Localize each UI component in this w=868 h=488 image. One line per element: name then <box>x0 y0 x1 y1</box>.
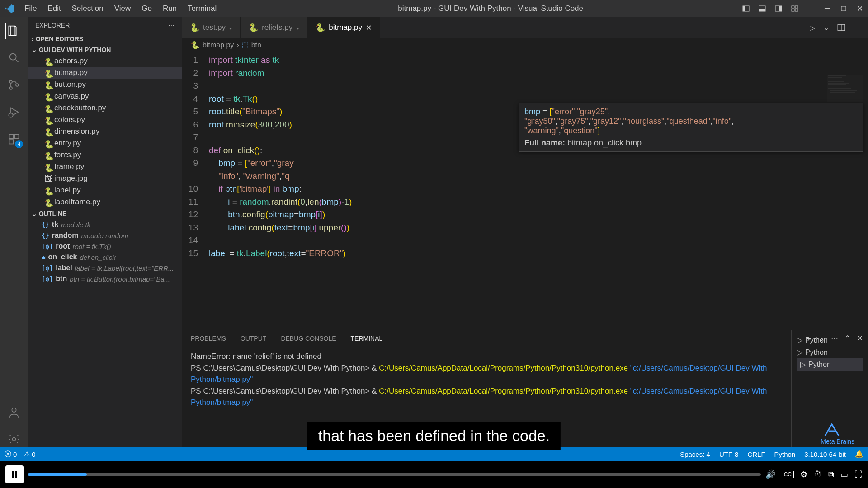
editor-more-icon[interactable]: ⋯ <box>854 23 861 32</box>
file-frame-py[interactable]: 🐍frame.py <box>28 161 182 173</box>
open-editors-section[interactable]: OPEN EDITORS <box>28 33 182 44</box>
outline-item[interactable]: {} random module random <box>28 230 182 241</box>
code-editor[interactable]: 1import tkinter as tk2import random34roo… <box>182 52 868 330</box>
svg-rect-31 <box>830 90 857 91</box>
tab-test[interactable]: 🐍test.py <box>182 17 241 38</box>
status-interpreter[interactable]: 3.10.10 64-bit <box>804 450 846 458</box>
menu-file[interactable]: File <box>20 2 41 15</box>
status-notifications-icon[interactable]: 🔔 <box>855 450 863 458</box>
file-button-py[interactable]: 🐍button.py <box>28 79 182 90</box>
file-colors-py[interactable]: 🐍colors.py <box>28 114 182 126</box>
outline-item[interactable]: [ϕ] label label = tk.Label(root,text="ER… <box>28 263 182 273</box>
extensions-badge: 4 <box>15 140 23 148</box>
status-indent[interactable]: Spaces: 4 <box>680 450 710 458</box>
terminal-icon: ▷ <box>800 360 806 369</box>
folder-section[interactable]: GUI DEV WITH PYTHON <box>28 44 182 55</box>
outline-item[interactable]: [ϕ] btn btn = tk.Button(root,bitmap="Ba.… <box>28 273 182 284</box>
outline-item[interactable]: [ϕ] root root = tk.Tk() <box>28 241 182 252</box>
progress-bar[interactable] <box>28 473 761 476</box>
terminal-dropdown-icon[interactable]: ⌄ <box>819 334 825 343</box>
status-language[interactable]: Python <box>774 450 796 458</box>
titlebar: File Edit Selection View Go Run Terminal… <box>0 0 868 17</box>
file-entry-py[interactable]: 🐍entry.py <box>28 137 182 149</box>
outline-list: {} tk module tk{} random module random[ϕ… <box>28 219 182 284</box>
file-label-py[interactable]: 🐍label.py <box>28 184 182 196</box>
status-encoding[interactable]: UTF-8 <box>719 450 739 458</box>
theater-icon[interactable]: ▭ <box>840 469 848 479</box>
activity-extensions[interactable]: 4 <box>6 131 22 147</box>
maximize-panel-icon[interactable]: ⌃ <box>844 334 850 343</box>
layout-panel-left-icon[interactable] <box>741 4 750 13</box>
tab-reliefs[interactable]: 🐍reliefs.py <box>241 17 307 38</box>
pause-button[interactable] <box>5 465 24 483</box>
file-achors-py[interactable]: 🐍achors.py <box>28 55 182 67</box>
minimize-button[interactable]: ─ <box>823 4 832 13</box>
file-checkbutton-py[interactable]: 🐍checkbutton.py <box>28 102 182 114</box>
activity-settings[interactable] <box>6 431 22 447</box>
python-icon: 🐍 <box>316 23 325 33</box>
activity-run-debug[interactable] <box>6 104 22 120</box>
layout-panel-bottom-icon[interactable] <box>758 4 767 13</box>
activity-explorer[interactable] <box>5 23 22 39</box>
terminal-item[interactable]: ▷Python <box>797 346 863 358</box>
file-icon: 🐍 <box>44 69 52 76</box>
menu-terminal[interactable]: Terminal <box>183 2 221 15</box>
svg-rect-28 <box>828 83 849 84</box>
settings-icon[interactable]: ⚙ <box>800 469 807 479</box>
layout-panel-right-icon[interactable] <box>774 4 783 13</box>
file-image-jpg[interactable]: 🖼image.jpg <box>28 173 182 184</box>
split-editor-icon[interactable] <box>837 23 845 32</box>
tab-close-icon[interactable]: ✕ <box>366 23 372 32</box>
outline-section[interactable]: OUTLINE <box>28 208 182 219</box>
volume-icon[interactable]: 🔊 <box>765 469 775 479</box>
file-icon: 🐍 <box>44 140 52 147</box>
status-warnings[interactable]: ⚠ 0 <box>24 450 35 458</box>
fullscreen-icon[interactable]: ⛶ <box>854 470 863 479</box>
panel-tab-debug[interactable]: DEBUG CONSOLE <box>281 334 336 343</box>
menu-run[interactable]: Run <box>158 2 181 15</box>
status-errors[interactable]: ⓧ 0 <box>5 450 17 459</box>
run-button[interactable]: ▷ <box>810 23 815 32</box>
run-dropdown-icon[interactable]: ⌄ <box>823 23 829 32</box>
breadcrumb[interactable]: 🐍 bitmap.py › ⬚ btn <box>182 38 868 52</box>
svg-rect-3 <box>759 9 765 11</box>
svg-rect-6 <box>792 6 794 8</box>
close-panel-icon[interactable]: ✕ <box>857 334 863 343</box>
tab-bitmap[interactable]: 🐍bitmap.py✕ <box>307 17 380 38</box>
file-bitmap-py[interactable]: 🐍bitmap.py <box>28 67 182 79</box>
new-terminal-icon[interactable]: ＋ <box>805 334 812 343</box>
captions-button[interactable]: CC <box>782 471 794 478</box>
status-eol[interactable]: CRLF <box>747 450 765 458</box>
terminal-item[interactable]: ▷Python <box>797 358 863 371</box>
activity-search[interactable] <box>6 50 22 66</box>
maximize-button[interactable] <box>839 4 848 13</box>
minimap[interactable] <box>827 75 863 102</box>
file-fonts-py[interactable]: 🐍fonts.py <box>28 149 182 161</box>
svg-rect-27 <box>828 81 844 82</box>
menu-edit[interactable]: Edit <box>43 2 65 15</box>
svg-rect-7 <box>795 6 798 8</box>
menu-go[interactable]: Go <box>137 2 156 15</box>
outline-item[interactable]: ⊞ on_click def on_click <box>28 252 182 263</box>
layout-customize-icon[interactable] <box>790 4 799 13</box>
sidebar-more-icon[interactable]: ⋯ <box>168 22 175 29</box>
menu-selection[interactable]: Selection <box>67 2 108 15</box>
menu-overflow[interactable]: ⋯ <box>223 2 240 15</box>
activity-source-control[interactable] <box>6 77 22 93</box>
video-caption: that has been defined in the code. <box>307 422 561 450</box>
terminal-more-icon[interactable]: ⋯ <box>831 334 838 343</box>
file-dimension-py[interactable]: 🐍dimension.py <box>28 126 182 137</box>
tab-dirty-icon[interactable] <box>296 23 299 32</box>
menu-view[interactable]: View <box>110 2 136 15</box>
panel-tab-problems[interactable]: PROBLEMS <box>191 334 226 343</box>
panel-tab-terminal[interactable]: TERMINAL <box>351 334 383 343</box>
tab-dirty-icon[interactable] <box>229 23 232 32</box>
file-canvas-py[interactable]: 🐍canvas.py <box>28 90 182 102</box>
file-labelframe-py[interactable]: 🐍labelframe.py <box>28 196 182 208</box>
pip-icon[interactable]: ⧉ <box>828 470 834 479</box>
close-button[interactable]: ✕ <box>855 4 864 13</box>
activity-accounts[interactable] <box>6 404 22 420</box>
outline-item[interactable]: {} tk module tk <box>28 219 182 230</box>
speed-icon[interactable]: ⏱ <box>814 470 822 479</box>
panel-tab-output[interactable]: OUTPUT <box>241 334 267 343</box>
